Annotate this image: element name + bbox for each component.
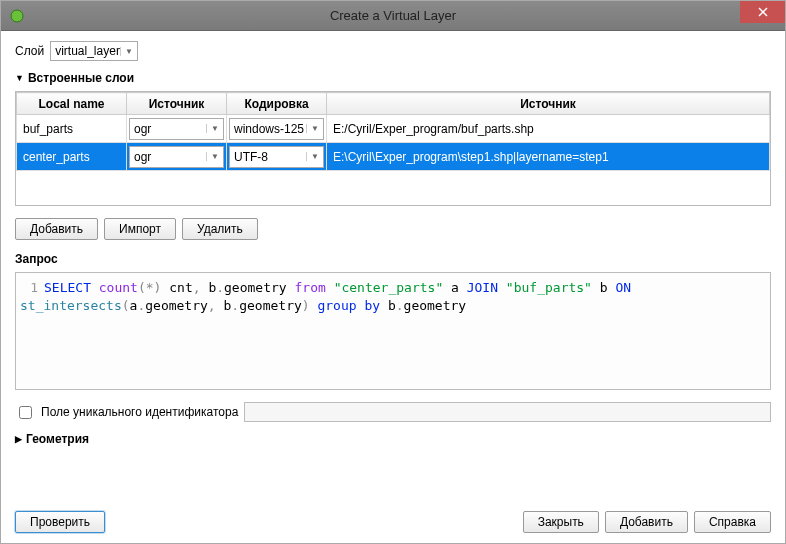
add-layer-button[interactable]: Добавить [15, 218, 98, 240]
help-button[interactable]: Справка [694, 511, 771, 533]
query-label: Запрос [15, 252, 771, 266]
embedded-buttons: Добавить Импорт Удалить [15, 218, 771, 240]
close-dialog-button[interactable]: Закрыть [523, 511, 599, 533]
cell-path: E:/Cyril/Exper_program/buf_parts.shp [327, 122, 769, 136]
layer-name-value: virtual_layer [55, 44, 120, 58]
add-button[interactable]: Добавить [605, 511, 688, 533]
cell-source-combo[interactable]: ogr ▼ [129, 146, 224, 168]
uid-label: Поле уникального идентификатора [41, 405, 238, 419]
app-icon [9, 8, 25, 24]
dialog-window: Create a Virtual Layer Слой virtual_laye… [0, 0, 786, 544]
table-row[interactable]: center_parts ogr ▼ UTF-8 ▼ [17, 143, 770, 171]
col-encoding[interactable]: Кодировка [227, 93, 327, 115]
layer-row: Слой virtual_layer ▼ [15, 41, 771, 61]
dialog-buttons: Проверить Закрыть Добавить Справка [15, 503, 771, 533]
cell-local: buf_parts [17, 122, 126, 136]
cell-source-combo[interactable]: ogr ▼ [129, 118, 224, 140]
spacer [111, 511, 517, 533]
cell-local: center_parts [17, 150, 126, 164]
uid-row: Поле уникального идентификатора [15, 402, 771, 422]
geometry-title: Геометрия [26, 432, 89, 446]
titlebar: Create a Virtual Layer [1, 1, 785, 31]
chevron-right-icon: ▶ [15, 434, 22, 444]
import-layer-button[interactable]: Импорт [104, 218, 176, 240]
col-path[interactable]: Источник [327, 93, 770, 115]
check-button[interactable]: Проверить [15, 511, 105, 533]
embedded-layers-table: Local name Источник Кодировка Источник b… [15, 91, 771, 206]
embedded-layers-title: Встроенные слои [28, 71, 134, 85]
content-area: Слой virtual_layer ▼ ▼ Встроенные слои L… [1, 31, 785, 543]
uid-field[interactable] [244, 402, 771, 422]
cell-encoding-combo[interactable]: windows-125 ▼ [229, 118, 324, 140]
table-header-row: Local name Источник Кодировка Источник [17, 93, 770, 115]
cell-encoding-combo[interactable]: UTF-8 ▼ [229, 146, 324, 168]
svg-point-0 [11, 10, 23, 22]
col-source[interactable]: Источник [127, 93, 227, 115]
chevron-down-icon: ▼ [120, 47, 133, 56]
chevron-down-icon: ▼ [206, 152, 219, 161]
chevron-down-icon: ▼ [206, 124, 219, 133]
chevron-down-icon: ▼ [306, 152, 319, 161]
cell-path: E:\Cyril\Exper_program\step1.shp|layerna… [327, 150, 769, 164]
layer-name-combo[interactable]: virtual_layer ▼ [50, 41, 138, 61]
chevron-down-icon: ▼ [306, 124, 319, 133]
delete-layer-button[interactable]: Удалить [182, 218, 258, 240]
line-number: 1 [20, 279, 38, 297]
query-editor[interactable]: 1SELECT count(*) cnt, b.geometry from "c… [15, 272, 771, 390]
table-row[interactable]: buf_parts ogr ▼ windows-125 ▼ [17, 115, 770, 143]
close-button[interactable] [740, 1, 785, 23]
window-title: Create a Virtual Layer [1, 8, 785, 23]
chevron-down-icon: ▼ [15, 73, 24, 83]
uid-checkbox[interactable] [19, 406, 32, 419]
layer-label: Слой [15, 44, 44, 58]
embedded-layers-header[interactable]: ▼ Встроенные слои [15, 71, 771, 85]
geometry-header[interactable]: ▶ Геометрия [15, 432, 771, 446]
col-local-name[interactable]: Local name [17, 93, 127, 115]
